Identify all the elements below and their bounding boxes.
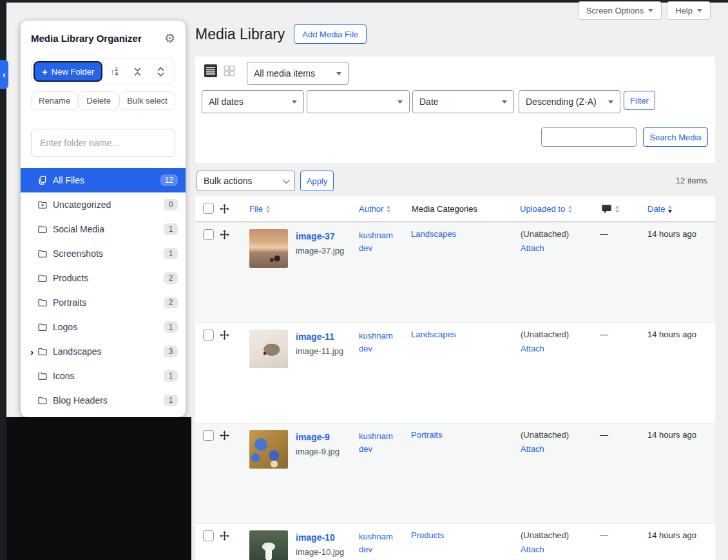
media-title-link[interactable]: image-11 — [296, 331, 343, 342]
list-view-icon[interactable] — [204, 64, 217, 77]
bulk-select-button[interactable]: Bulk select — [119, 91, 175, 110]
unattached-label: (Unattached) — [521, 229, 599, 239]
column-label[interactable]: File — [249, 204, 263, 214]
folder-icon — [37, 273, 53, 283]
folder-item-screenshots[interactable]: Screenshots1 — [21, 241, 186, 266]
author-link[interactable]: kushnamdev — [359, 431, 393, 454]
column-header-file[interactable]: File — [247, 204, 356, 214]
folder-item-portraits[interactable]: Portraits2 — [21, 290, 186, 315]
folder-icon — [37, 371, 53, 381]
row-checkbox[interactable] — [203, 229, 214, 240]
sidebar-collapse-handle[interactable]: ‹ — [0, 60, 8, 89]
media-thumbnail[interactable] — [249, 430, 288, 469]
folder-item-landscapes[interactable]: ›Landscapes3 — [21, 339, 186, 364]
category-link[interactable]: Products — [411, 530, 444, 540]
collapse-all-icon[interactable] — [126, 67, 149, 77]
bulk-actions-select[interactable]: Bulk actions — [196, 171, 295, 191]
select-all-checkbox[interactable] — [203, 203, 214, 214]
category-link[interactable]: Landscapes — [411, 330, 456, 339]
category-link[interactable]: Portraits — [411, 430, 442, 440]
author-link[interactable]: kushnamdev — [359, 230, 393, 253]
move-icon[interactable] — [219, 330, 247, 341]
folder-label: All Files — [53, 175, 160, 185]
folder-icon — [37, 395, 53, 406]
apply-button[interactable]: Apply — [300, 171, 334, 191]
expand-chevron-icon[interactable]: › — [21, 346, 37, 357]
row-checkbox[interactable] — [203, 430, 214, 441]
rename-button[interactable]: Rename — [31, 91, 78, 110]
media-thumbnail[interactable] — [249, 229, 288, 268]
author-link[interactable]: kushnamdev — [359, 532, 393, 554]
expand-all-icon[interactable] — [149, 67, 173, 77]
help-button[interactable]: Help — [667, 1, 711, 20]
sort-arrows-icon[interactable] — [615, 205, 619, 213]
sort-arrows-icon[interactable] — [387, 205, 390, 213]
folder-label: Logos — [53, 322, 164, 332]
move-icon — [219, 203, 247, 214]
folder-count-badge: 12 — [160, 174, 178, 186]
page-title: Media Library — [195, 26, 285, 43]
media-title-link[interactable]: image-37 — [296, 231, 344, 241]
move-icon[interactable] — [219, 430, 247, 441]
chevron-down-icon — [283, 176, 290, 183]
row-checkbox[interactable] — [203, 530, 214, 541]
folder-list: All Files12Uncategorized0Social Media1Sc… — [21, 168, 186, 413]
folder-count-badge: 1 — [164, 370, 178, 382]
column-label[interactable]: Date — [647, 204, 665, 214]
move-icon[interactable] — [219, 229, 247, 240]
attach-link[interactable]: Attach — [521, 344, 599, 353]
delete-button[interactable]: Delete — [79, 91, 119, 110]
folder-icon — [37, 297, 53, 308]
attach-link[interactable]: Attach — [521, 444, 599, 454]
folder-item-social-media[interactable]: Social Media1 — [21, 217, 186, 241]
folder-item-logos[interactable]: Logos1 — [21, 315, 186, 339]
unattached-label: (Unattached) — [521, 330, 599, 339]
order-select[interactable]: Descending (Z-A) — [519, 90, 620, 113]
column-header-author[interactable]: Author — [356, 204, 409, 214]
category-link[interactable]: Landscapes — [411, 229, 456, 239]
media-type-select[interactable]: All media items — [247, 62, 349, 85]
column-header-date[interactable]: Date — [645, 204, 715, 214]
column-header-uploaded[interactable]: Uploaded to — [517, 204, 599, 214]
attach-link[interactable]: Attach — [521, 545, 599, 554]
media-thumbnail[interactable] — [249, 330, 288, 368]
search-media-button[interactable]: Search Media — [643, 127, 708, 147]
folder-item-uncategorized[interactable]: Uncategorized0 — [21, 192, 186, 217]
comments-cell: — — [599, 430, 645, 440]
column-label[interactable]: Uploaded to — [520, 204, 565, 214]
search-input[interactable] — [541, 127, 637, 147]
sort-arrows-icon[interactable] — [668, 205, 672, 213]
folder-name-input[interactable] — [31, 129, 175, 157]
screen-options-button[interactable]: Screen Options — [578, 1, 662, 20]
plus-icon: + — [42, 67, 48, 77]
row-checkbox[interactable] — [203, 330, 214, 341]
column-header-comments[interactable] — [599, 204, 645, 214]
attach-link[interactable]: Attach — [521, 243, 599, 253]
sort-arrows-icon[interactable] — [568, 205, 572, 213]
folder-item-all-files[interactable]: All Files12 — [21, 168, 186, 192]
sort-arrows-icon[interactable] — [266, 205, 270, 213]
folder-count-badge: 2 — [164, 272, 178, 284]
items-count: 12 items — [676, 176, 707, 185]
filter-button[interactable]: Filter — [624, 91, 655, 110]
category-filter-select[interactable] — [307, 90, 410, 113]
media-title-link[interactable]: image-10 — [296, 532, 344, 543]
folder-item-blog-headers[interactable]: Blog Headers1 — [21, 388, 186, 413]
folder-item-products[interactable]: Products2 — [21, 266, 186, 290]
new-folder-button[interactable]: + New Folder — [34, 61, 102, 82]
folder-item-icons[interactable]: Icons1 — [21, 364, 186, 388]
media-thumbnail[interactable] — [249, 530, 288, 560]
add-media-file-button[interactable]: Add Media File — [294, 24, 367, 44]
date-cell: 14 hours ago — [645, 330, 715, 339]
media-title-link[interactable]: image-9 — [296, 432, 340, 442]
grid-view-icon[interactable] — [223, 64, 236, 77]
background-void — [0, 417, 191, 560]
gear-icon[interactable]: ⚙ — [164, 32, 175, 44]
sort-az-icon[interactable]: ↑ZA — [102, 67, 126, 77]
move-icon[interactable] — [219, 530, 247, 541]
column-label[interactable]: Author — [359, 204, 383, 214]
dropdown-arrow-icon — [398, 100, 403, 104]
orderby-select[interactable]: Date — [412, 90, 514, 113]
date-filter-select[interactable]: All dates — [202, 90, 304, 113]
author-link[interactable]: kushnamdev — [359, 331, 393, 353]
